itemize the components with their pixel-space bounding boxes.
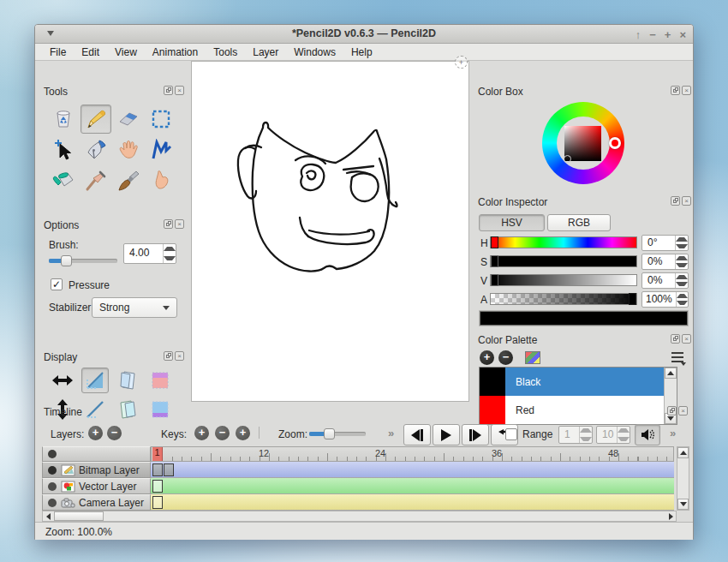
shade-button[interactable]: ↑ (636, 28, 641, 41)
layer-row-camera[interactable]: Camera Layer (42, 494, 151, 511)
color-palette-close-icon[interactable]: × (682, 334, 691, 344)
timeline-vscrollbar[interactable] (677, 446, 689, 511)
alpha-slider[interactable] (490, 293, 637, 305)
brush-size-up-icon[interactable] (164, 244, 176, 254)
value-slider-handle[interactable] (491, 274, 498, 286)
color-inspector-close-icon[interactable]: × (682, 196, 691, 206)
tool-pen-button[interactable] (81, 135, 111, 164)
visibility-icon[interactable] (48, 482, 57, 491)
value-slider[interactable] (490, 274, 637, 286)
timeline-close-icon[interactable]: × (678, 406, 688, 416)
color-palette-float-icon[interactable] (671, 334, 680, 344)
add-keyframe-button[interactable]: + (194, 426, 209, 440)
stabilizer-combobox[interactable]: Strong (92, 297, 177, 318)
tool-hand-button[interactable] (113, 135, 144, 164)
keyframe[interactable] (152, 463, 163, 476)
menu-edit[interactable]: Edit (74, 45, 107, 60)
maximize-button[interactable]: + (665, 28, 671, 41)
onion-prev-color-button[interactable] (146, 368, 174, 393)
tool-paint-bucket-button[interactable] (48, 166, 79, 195)
scroll-left-icon[interactable] (43, 511, 53, 521)
add-layer-button[interactable]: + (88, 426, 103, 440)
visibility-icon[interactable] (48, 466, 57, 475)
brush-size-spinbox[interactable]: 4.00 (123, 243, 176, 264)
scroll-up-icon[interactable] (677, 447, 689, 458)
layer-row-bitmap[interactable]: Bitmap Layer (42, 462, 151, 478)
vector-track[interactable] (151, 478, 674, 494)
keyframe[interactable] (164, 463, 174, 476)
alpha-spinbox[interactable]: 100% (641, 291, 689, 308)
tool-eyedropper-button[interactable] (81, 166, 111, 195)
color-inspector-float-icon[interactable] (671, 196, 680, 206)
hue-slider-handle[interactable] (491, 236, 498, 248)
menu-layer[interactable]: Layer (245, 45, 286, 60)
range-start-spinbox[interactable]: 1 (558, 426, 593, 444)
display-float-icon[interactable] (164, 351, 173, 361)
onion-prev-button[interactable] (114, 368, 141, 393)
color-box-float-icon[interactable] (671, 86, 680, 95)
menu-file[interactable]: File (42, 45, 74, 60)
scroll-down-icon[interactable] (677, 499, 689, 510)
mirror-horizontal-button[interactable] (49, 368, 76, 393)
display-close-icon[interactable]: × (175, 351, 184, 361)
tool-smudge-button[interactable] (146, 166, 176, 195)
bitmap-track[interactable] (151, 462, 674, 478)
timeline-float-icon[interactable] (667, 406, 677, 416)
palette-item-black[interactable]: Black (480, 368, 677, 396)
remove-keyframe-button[interactable]: − (215, 426, 230, 440)
pressure-checkbox[interactable]: ✓ (51, 278, 63, 290)
current-frame-marker[interactable]: 1 (152, 447, 163, 461)
tool-brush-button[interactable] (113, 166, 144, 195)
tools-float-icon[interactable] (164, 86, 173, 95)
add-color-button[interactable]: + (480, 350, 494, 365)
saturation-spinbox[interactable]: 0% (641, 254, 689, 270)
close-button[interactable]: × (679, 28, 686, 41)
toolbar-overflow2-icon[interactable]: » (670, 427, 676, 439)
keyframe[interactable] (152, 480, 163, 493)
sv-selector[interactable] (564, 155, 571, 163)
color-wheel[interactable] (542, 102, 624, 184)
title-bar[interactable]: *Pencil2D v0.6.3 — Pencil2D ↑ − + × (35, 25, 693, 44)
prev-frame-button[interactable] (403, 424, 431, 445)
remove-layer-button[interactable]: − (107, 426, 122, 440)
scroll-right-icon[interactable] (665, 511, 676, 521)
hscroll-thumb[interactable] (54, 511, 104, 521)
visibility-all-icon[interactable] (48, 450, 57, 458)
play-button[interactable] (433, 424, 460, 445)
hue-spinbox[interactable]: 0° (641, 235, 689, 251)
timeline-zoom-handle[interactable] (324, 428, 335, 439)
tool-polyline-button[interactable] (146, 135, 176, 164)
menu-windows[interactable]: Windows (286, 45, 343, 60)
next-frame-button[interactable] (462, 424, 489, 445)
drawing-canvas[interactable] (191, 61, 469, 402)
frame-ruler[interactable]: 1 12 24 36 48 (151, 446, 674, 462)
saturation-slider-handle[interactable] (491, 255, 498, 267)
tab-hsv[interactable]: HSV (479, 214, 545, 231)
options-close-icon[interactable]: × (175, 219, 184, 229)
value-spinbox[interactable]: 0% (641, 272, 689, 289)
layer-row-vector[interactable]: Vector Layer (42, 478, 151, 494)
tool-pencil-button[interactable] (81, 105, 111, 134)
duplicate-keyframe-button[interactable]: + (236, 426, 250, 440)
range-checkbox[interactable] (505, 428, 517, 440)
camera-track[interactable] (151, 494, 674, 511)
options-float-icon[interactable] (164, 219, 173, 229)
menu-view[interactable]: View (107, 45, 145, 60)
palette-format-icon[interactable] (525, 351, 540, 364)
menu-tools[interactable]: Tools (206, 45, 245, 60)
tool-select-button[interactable] (146, 105, 176, 134)
range-end-spinbox[interactable]: 10 (596, 426, 630, 444)
tool-clear-button[interactable] (48, 105, 79, 134)
menu-help[interactable]: Help (343, 45, 380, 60)
brush-size-slider-handle[interactable] (61, 255, 72, 266)
hue-ring-selector[interactable] (609, 137, 621, 149)
remove-color-button[interactable]: − (498, 350, 513, 365)
brush-size-slider[interactable] (49, 259, 117, 263)
timeline-hscrollbar[interactable] (42, 511, 677, 522)
angle-45-button[interactable] (81, 368, 109, 393)
menu-animation[interactable]: Animation (145, 45, 206, 60)
visibility-icon[interactable] (48, 499, 57, 507)
saturation-slider[interactable] (490, 255, 637, 267)
keyframe[interactable] (152, 496, 163, 509)
layer-toggle-all[interactable] (42, 446, 151, 462)
